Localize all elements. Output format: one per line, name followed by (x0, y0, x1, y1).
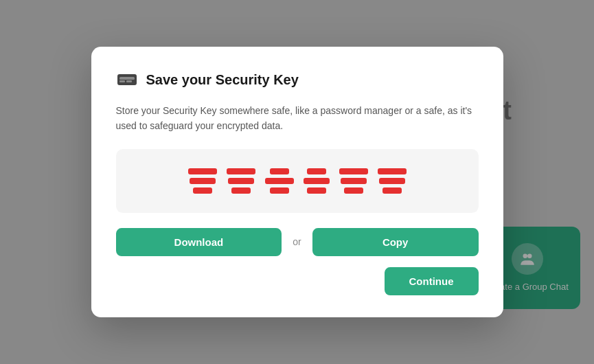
key-bar (270, 187, 289, 194)
svg-rect-4 (119, 80, 125, 82)
key-bar (344, 187, 363, 194)
key-bar (341, 178, 367, 184)
key-bar (228, 178, 254, 184)
key-bar (379, 178, 405, 184)
key-bar (193, 187, 212, 194)
continue-button[interactable]: Continue (385, 267, 479, 295)
action-buttons-row: Download or Copy (116, 228, 479, 256)
key-word-3 (265, 168, 294, 194)
modal-header: Save your Security Key (116, 69, 479, 91)
key-bar (304, 178, 330, 184)
key-word-2 (227, 168, 255, 194)
security-key-icon (116, 69, 138, 91)
modal-title: Save your Security Key (146, 72, 299, 88)
copy-button[interactable]: Copy (312, 228, 479, 256)
download-button[interactable]: Download (116, 228, 282, 256)
key-bar (265, 178, 294, 184)
key-word-5 (339, 168, 368, 194)
modal-description: Store your Security Key somewhere safe, … (116, 103, 479, 134)
key-word-1 (188, 168, 217, 194)
key-word-6 (378, 168, 407, 194)
key-bar (270, 168, 289, 174)
continue-button-row: Continue (116, 267, 479, 295)
key-bar (307, 187, 326, 194)
key-bar (188, 168, 217, 174)
key-bar (307, 168, 326, 174)
or-separator: or (293, 236, 301, 247)
security-key-modal: Save your Security Key Store your Securi… (91, 47, 503, 317)
key-bar (339, 168, 368, 174)
key-bar (231, 187, 251, 194)
key-bar (378, 168, 407, 174)
key-bar (227, 168, 255, 174)
svg-rect-5 (126, 80, 132, 82)
key-bar (382, 187, 402, 194)
svg-rect-3 (119, 77, 135, 80)
key-display-box (116, 149, 479, 213)
key-word-4 (304, 168, 330, 194)
key-bar (190, 178, 216, 184)
